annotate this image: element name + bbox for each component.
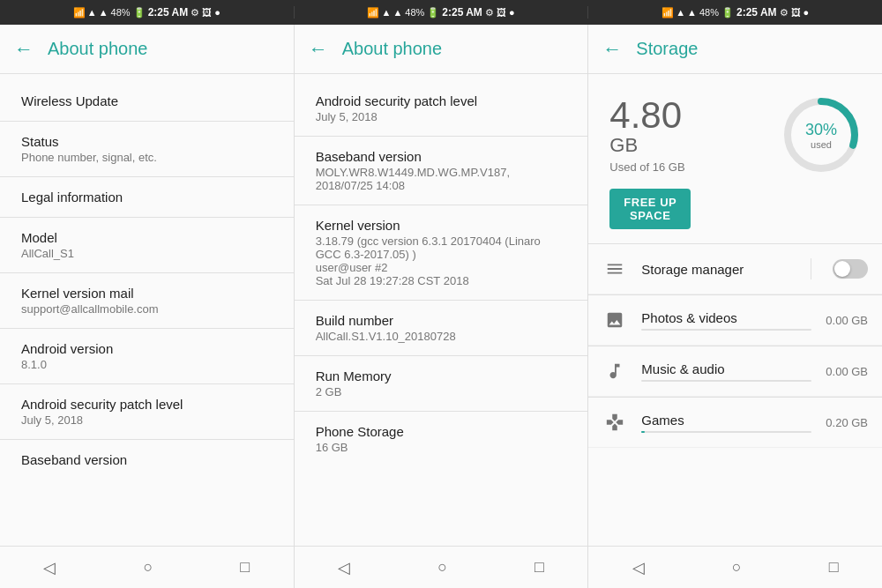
list-item-build-2[interactable]: Build number AllCall.S1.V1.10_20180728 — [295, 301, 588, 355]
list-item-baseband-title: Baseband version — [21, 452, 273, 467]
list-item-kernel-2-subtitle: 3.18.79 (gcc version 6.3.1 20170404 (Lin… — [316, 234, 567, 287]
games-progress-bar — [641, 431, 811, 433]
music-item-name: Music & audio — [641, 361, 811, 376]
list-item-run-memory-2[interactable]: Run Memory 2 GB — [295, 356, 588, 411]
list-item-phone-storage-2[interactable]: Phone Storage 16 GB — [295, 412, 588, 466]
home-nav-2[interactable]: ○ — [420, 551, 465, 584]
list-item-sec-patch-2-subtitle: July 5, 2018 — [316, 110, 567, 123]
wifi-icon-2: ▲ — [381, 7, 391, 18]
games-item-info: Games — [641, 413, 811, 433]
recent-nav-3[interactable]: □ — [811, 551, 856, 584]
extra-icon-3: ● — [804, 7, 810, 18]
list-item-wireless-update-title: Wireless Update — [21, 93, 273, 108]
storage-numbers: 4.80 GB Used of 16 GB — [609, 97, 684, 174]
list-item-phone-storage-2-title: Phone Storage — [316, 424, 567, 439]
list-item-phone-storage-2-subtitle: 16 GB — [316, 441, 567, 454]
back-nav-1[interactable]: ◁ — [26, 551, 73, 584]
status-segment-1: 📶 ▲ ▲ 48% 🔋 2:25 AM ⚙ 🖼 ● — [0, 6, 295, 19]
storage-manager-svg — [605, 259, 624, 279]
battery-icon-3: 🔋 — [721, 7, 734, 19]
toolbar-2: ← About phone — [295, 25, 588, 74]
free-up-space-button[interactable]: FREE UP SPACE — [609, 189, 691, 229]
toolbar-title-3: Storage — [636, 39, 698, 59]
music-icon — [602, 359, 627, 383]
back-button-1[interactable]: ← — [14, 38, 34, 61]
recent-nav-1[interactable]: □ — [222, 551, 267, 584]
list-item-kernel-mail[interactable]: Kernel version mail support@allcallmobil… — [0, 273, 294, 328]
storage-donut-chart: 30% used — [781, 95, 861, 175]
list-item-sec-patch-2[interactable]: Android security patch level July 5, 201… — [295, 81, 588, 136]
storage-manager-toggle[interactable] — [833, 259, 868, 279]
settings-icon-2: ⚙ — [485, 7, 494, 19]
signal-icon-3: ▲ — [687, 7, 697, 18]
panel-content-2: Android security patch level July 5, 201… — [295, 74, 588, 546]
list-item-baseband-2-title: Baseband version — [316, 149, 567, 164]
list-item-wireless-update[interactable]: Wireless Update — [0, 81, 294, 121]
list-item-status[interactable]: Status Phone number, signal, etc. — [0, 122, 294, 176]
battery-3: 48% — [699, 7, 719, 18]
time-2: 2:25 AM — [442, 6, 482, 19]
list-item-model[interactable]: Model AllCall_S1 — [0, 218, 294, 272]
photos-svg — [605, 310, 624, 330]
games-progress-fill — [641, 431, 645, 433]
status-icons-1: 📶 ▲ ▲ — [73, 7, 108, 19]
recent-nav-2[interactable]: □ — [517, 551, 562, 584]
extra-icon-2: ● — [509, 7, 515, 18]
list-item-legal-title: Legal information — [21, 190, 273, 205]
battery-2: 48% — [405, 7, 424, 18]
back-nav-3[interactable]: ◁ — [615, 551, 662, 584]
list-item-baseband-2[interactable]: Baseband version MOLY.WR8.W1449.MD.WG.MP… — [295, 137, 588, 205]
list-item-security-patch[interactable]: Android security patch level July 5, 201… — [0, 384, 294, 439]
bottom-nav-3: ◁ ○ □ — [588, 546, 882, 588]
bottom-nav-1: ◁ ○ □ — [0, 546, 294, 588]
signal-icon: ▲ — [99, 7, 108, 18]
storage-item-games[interactable]: Games 0.20 GB — [588, 398, 882, 448]
list-item-legal[interactable]: Legal information — [0, 177, 294, 217]
status-segment-3: 📶 ▲ ▲ 48% 🔋 2:25 AM ⚙ 🖼 ● — [588, 6, 882, 19]
list-item-kernel-2-title: Kernel version — [316, 218, 567, 233]
wifi-icon-3: ▲ — [676, 7, 685, 18]
storage-item-photos[interactable]: Photos & videos 0.00 GB — [588, 295, 882, 346]
panels-container: ← About phone Wireless Update Status Pho… — [0, 25, 882, 588]
panel-content-1: Wireless Update Status Phone number, sig… — [0, 74, 294, 546]
status-icons-3: 📶 ▲ ▲ — [662, 7, 697, 19]
games-icon — [602, 410, 627, 435]
toolbar-1: ← About phone — [0, 25, 294, 74]
back-button-3[interactable]: ← — [602, 38, 622, 61]
battery-1: 48% — [111, 7, 131, 18]
storage-manager-icon — [602, 257, 627, 281]
list-item-kernel-mail-title: Kernel version mail — [21, 286, 273, 301]
list-item-android-version-subtitle: 8.1.0 — [21, 358, 273, 371]
back-button-2[interactable]: ← — [309, 38, 328, 61]
storage-top-row: 4.80 GB Used of 16 GB 30% used — [588, 81, 882, 182]
bottom-nav-2: ◁ ○ □ — [295, 546, 588, 588]
back-nav-2[interactable]: ◁ — [320, 551, 368, 584]
music-svg — [605, 361, 624, 381]
list-item-kernel-mail-subtitle: support@allcallmobile.com — [21, 302, 273, 316]
wifi-icon: ▲ — [87, 7, 97, 18]
panel-about-phone-2: ← About phone Android security patch lev… — [295, 25, 589, 588]
storage-manager-label: Storage manager — [641, 262, 789, 277]
donut-used-label: used — [805, 139, 837, 150]
photos-size: 0.00 GB — [826, 314, 868, 327]
home-nav-1[interactable]: ○ — [125, 551, 170, 584]
pipe-divider — [811, 258, 811, 279]
settings-icon-3: ⚙ — [780, 7, 789, 19]
panel-storage: ← Storage 4.80 GB Used of 16 GB 3 — [588, 25, 882, 588]
photos-item-name: Photos & videos — [641, 310, 811, 325]
storage-item-music[interactable]: Music & audio 0.00 GB — [588, 346, 882, 397]
gallery-icon-3: 🖼 — [791, 7, 801, 18]
home-nav-3[interactable]: ○ — [714, 551, 759, 584]
status-icons-2: 📶 ▲ ▲ — [367, 7, 402, 19]
music-progress-bar — [641, 380, 811, 382]
list-item-baseband[interactable]: Baseband version — [0, 440, 294, 480]
list-item-android-version[interactable]: Android version 8.1.0 — [0, 329, 294, 383]
list-item-kernel-2[interactable]: Kernel version 3.18.79 (gcc version 6.3.… — [295, 205, 588, 300]
panel-about-phone-1: ← About phone Wireless Update Status Pho… — [0, 25, 295, 588]
photos-icon — [602, 308, 627, 332]
sim-icon-3: 📶 — [662, 7, 674, 19]
list-item-build-2-subtitle: AllCall.S1.V1.10_20180728 — [316, 330, 567, 343]
list-item-status-title: Status — [21, 134, 273, 149]
status-bar: 📶 ▲ ▲ 48% 🔋 2:25 AM ⚙ 🖼 ● 📶 ▲ ▲ 48% 🔋 2:… — [0, 0, 882, 25]
list-item-status-subtitle: Phone number, signal, etc. — [21, 151, 273, 164]
